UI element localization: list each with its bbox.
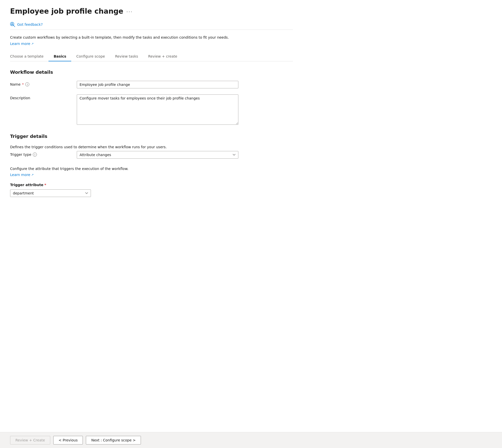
feedback-icon: [10, 22, 15, 27]
trigger-type-row: Trigger type i Attribute changes On-dema…: [10, 151, 293, 159]
trigger-details-section: Trigger details Defines the trigger cond…: [10, 134, 293, 197]
more-options-icon[interactable]: ···: [126, 9, 133, 15]
intro-learn-more-link[interactable]: Learn more ↗: [10, 42, 34, 46]
trigger-attribute-section: Configure the attribute that triggers th…: [10, 167, 293, 197]
feedback-link[interactable]: Got feedback?: [17, 22, 43, 27]
trigger-type-label: Trigger type i: [10, 151, 71, 157]
name-input-wrapper: [77, 81, 238, 88]
description-textarea[interactable]: Configure mover tasks for employees once…: [77, 94, 238, 125]
next-button[interactable]: Next : Configure scope >: [86, 436, 141, 444]
trigger-type-select-wrapper: Attribute changes On-demand Schedule: [77, 151, 238, 159]
tab-choose-template[interactable]: Choose a template: [10, 52, 48, 61]
trigger-type-select[interactable]: Attribute changes On-demand Schedule: [77, 151, 238, 159]
trigger-details-heading: Trigger details: [10, 134, 293, 139]
page-header: Employee job profile change ···: [10, 7, 293, 15]
name-label: Name * i: [10, 81, 71, 86]
review-create-button[interactable]: Review + Create: [10, 436, 50, 444]
trigger-type-info-icon[interactable]: i: [33, 153, 37, 157]
workflow-details-section: Workflow details Name * i Description Co…: [10, 69, 293, 126]
trigger-attribute-label-wrapper: Trigger attribute *: [10, 183, 293, 187]
name-input[interactable]: [77, 81, 238, 88]
page-title: Employee job profile change: [10, 7, 123, 15]
configure-attr-text: Configure the attribute that triggers th…: [10, 167, 293, 171]
svg-point-1: [12, 23, 13, 24]
tab-basics[interactable]: Basics: [48, 52, 71, 61]
footer-bar: Review + Create < Previous Next : Config…: [0, 432, 502, 448]
trigger-external-link-icon: ↗: [31, 173, 34, 177]
feedback-bar: Got feedback?: [10, 19, 293, 30]
name-required-star: *: [22, 82, 24, 86]
trigger-sub-text: Defines the trigger conditions used to d…: [10, 145, 293, 149]
tab-review-tasks[interactable]: Review tasks: [110, 52, 143, 61]
name-row: Name * i: [10, 81, 293, 88]
previous-button[interactable]: < Previous: [53, 436, 83, 444]
trigger-learn-more-link[interactable]: Learn more ↗: [10, 173, 34, 177]
intro-description: Create custom workflows by selecting a b…: [10, 35, 293, 40]
tab-configure-scope[interactable]: Configure scope: [71, 52, 110, 61]
external-link-icon: ↗: [31, 42, 34, 45]
description-row: Description Configure mover tasks for em…: [10, 94, 293, 126]
trigger-attribute-select[interactable]: department jobTitle manager officeLocati…: [10, 189, 91, 197]
description-label: Description: [10, 94, 71, 100]
description-input-wrapper: Configure mover tasks for employees once…: [77, 94, 238, 126]
trigger-attribute-required-star: *: [44, 183, 46, 187]
name-info-icon[interactable]: i: [25, 82, 29, 86]
workflow-details-heading: Workflow details: [10, 69, 293, 75]
nav-tabs: Choose a template Basics Configure scope…: [10, 52, 293, 61]
tab-review-create[interactable]: Review + create: [143, 52, 182, 61]
trigger-attribute-select-wrapper: department jobTitle manager officeLocati…: [10, 189, 91, 197]
